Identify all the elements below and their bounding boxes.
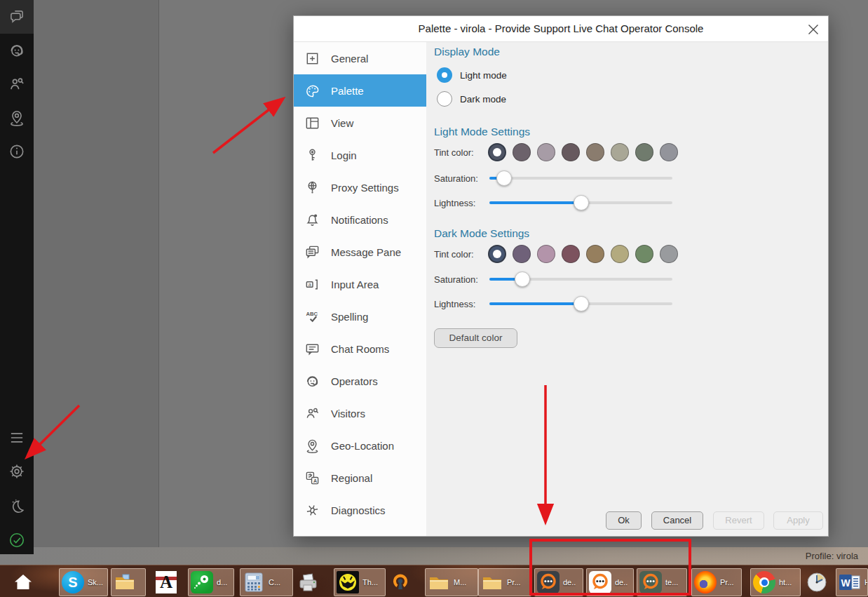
slider-thumb[interactable] [496,170,512,186]
dark-lightness-slider[interactable] [489,296,672,311]
taskbar-file-explorer[interactable] [111,568,146,596]
nav-item-input-area[interactable]: a Input Area [294,268,426,300]
location-pin-icon [304,438,320,454]
dark-tint-swatch-1[interactable] [513,245,531,263]
moon-sparkles-icon [8,497,26,516]
dark-tint-swatch-6[interactable] [635,245,653,263]
nav-item-login[interactable]: Login [294,139,426,171]
chat-bubble-icon [589,571,611,593]
taskbar-openvpn[interactable] [387,568,421,596]
taskbar-folder-m[interactable]: M... [425,568,478,596]
nav-item-proxy-settings[interactable]: Proxy Settings [294,171,426,203]
operator-headset-icon [8,41,26,60]
light-mode-radio[interactable] [437,67,452,83]
sidebar-operator-button[interactable] [0,34,34,67]
light-tint-swatch-7[interactable] [660,143,678,161]
nav-item-chat-rooms[interactable]: Chat Rooms [294,333,426,365]
dark-tint-swatch-3[interactable] [562,245,580,263]
dark-mode-settings-heading: Dark Mode Settings [434,227,529,240]
ok-button[interactable]: Ok [606,511,642,530]
dialog-titlebar: Palette - virola - Provide Support Live … [294,16,828,42]
operator-headset-icon [304,373,320,389]
globe-network-icon [304,180,320,196]
view-layout-icon [304,115,320,131]
nav-item-general[interactable]: General [294,42,426,74]
light-tint-swatch-0[interactable] [488,143,506,161]
dark-tint-swatch-7[interactable] [660,245,678,263]
skype-icon: S [62,571,84,593]
light-tint-swatch-1[interactable] [513,143,531,161]
taskbar-firefox[interactable]: Pr... [691,568,742,596]
nav-label: Spelling [331,311,368,323]
light-tint-swatch-3[interactable] [562,143,580,161]
nav-item-regional[interactable]: A Regional [294,462,426,494]
nav-item-palette[interactable]: Palette [294,74,426,107]
taskbar-clock[interactable] [803,568,834,596]
slider-thumb[interactable] [574,296,589,311]
nav-item-operators[interactable]: Operators [294,365,426,397]
apply-button[interactable]: Apply [773,511,823,530]
taskbar-start-home[interactable] [10,568,41,596]
dark-tint-swatch-4[interactable] [586,245,604,263]
light-tint-swatch-6[interactable] [635,143,653,161]
nav-item-visitors[interactable]: Visitors [294,397,426,429]
calculator-icon [243,571,265,593]
sidebar-info-button[interactable] [0,135,34,168]
openvpn-icon [389,571,412,593]
taskbar-chrome[interactable]: ht... [750,568,801,596]
light-saturation-slider[interactable] [489,170,672,186]
general-icon [304,51,320,67]
nav-item-view[interactable]: View [294,107,426,139]
cancel-button[interactable]: Cancel [651,511,703,530]
taskbar-skype[interactable]: S Sk... [59,568,108,596]
input-area-icon: a [304,276,320,293]
taskbar-folder-pr[interactable]: Pr... [478,568,531,596]
nav-label: Login [331,149,357,161]
slider-track[interactable] [489,177,672,180]
light-lightness-slider[interactable] [489,195,672,210]
svg-text:ABC: ABC [306,311,318,317]
light-tint-swatch-5[interactable] [611,143,629,161]
sidebar-geo-location-button[interactable] [0,101,34,135]
default-color-button[interactable]: Default color [434,328,517,348]
taskbar-provide-support-dark[interactable]: de.. [534,568,583,596]
nav-item-spelling[interactable]: ABC Spelling [294,300,426,333]
profile-label: Profile: virola [806,551,858,561]
slider-thumb[interactable] [574,195,589,210]
screen: Profile: virola [0,0,868,597]
dark-tint-swatch-0[interactable] [488,245,506,263]
dark-tint-swatch-2[interactable] [537,245,555,263]
nav-label: Geo-Location [331,440,394,452]
dark-tint-swatch-5[interactable] [611,245,629,263]
nav-label: Message Pane [331,246,401,258]
taskbar-printer[interactable] [294,568,330,596]
nav-item-notifications[interactable]: Notifications [294,203,426,236]
light-tint-swatch-2[interactable] [537,143,555,161]
taskbar-provide-support-green[interactable]: te... [637,568,687,596]
light-tint-swatch-4[interactable] [586,143,604,161]
close-icon[interactable] [807,23,820,36]
slider-thumb[interactable] [515,271,530,287]
taskbar-calculator[interactable]: C... [240,568,293,596]
sidebar-settings-button[interactable] [0,455,34,488]
taskbar-drweb[interactable]: d... [188,568,234,596]
dark-saturation-slider[interactable] [489,271,672,287]
nav-item-geo-location[interactable]: Geo-Location [294,429,426,462]
nav-item-diagnostics[interactable]: Diagnostics [294,494,426,526]
sidebar-visitors-button[interactable] [0,67,34,101]
info-icon [8,142,26,161]
taskbar-the-bat[interactable]: Th... [334,568,386,596]
clock-icon [806,571,828,593]
sidebar-menu-button[interactable] [0,421,34,455]
taskbar-provide-support-light[interactable]: de.. [586,568,634,596]
revert-button[interactable]: Revert [713,511,764,530]
dark-mode-radio[interactable] [437,91,452,107]
taskbar-font-viewer[interactable]: A [153,568,185,596]
display-mode-heading: Display Mode [434,46,500,58]
sidebar-chats-button[interactable] [0,0,34,34]
visitors-icon [304,405,320,422]
sidebar-dark-mode-button[interactable] [0,490,34,523]
nav-item-message-pane[interactable]: Message Pane [294,236,426,268]
taskbar-word[interactable]: W H [836,568,868,596]
sidebar-status-online-button[interactable] [0,523,34,557]
